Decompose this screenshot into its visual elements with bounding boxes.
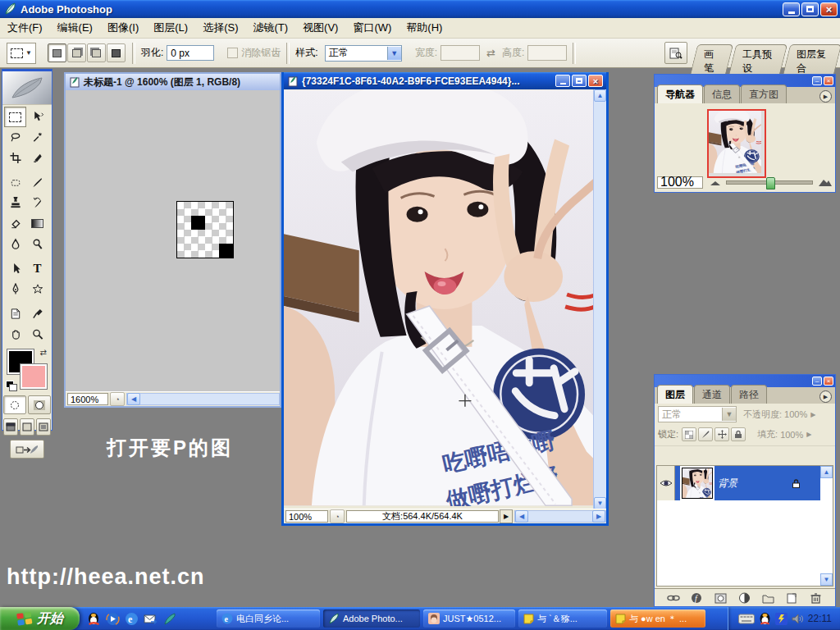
- layers-scroll-up[interactable]: ▲: [820, 466, 833, 478]
- tool-history-brush[interactable]: [26, 193, 48, 213]
- tool-type[interactable]: T: [26, 258, 48, 279]
- volume-tray-icon[interactable]: [792, 614, 804, 624]
- tool-blur[interactable]: [4, 234, 26, 254]
- screen-mode-fullscreen-button[interactable]: [36, 418, 51, 436]
- panel-close-button[interactable]: ×: [824, 377, 833, 386]
- internet-explorer-icon[interactable]: e: [125, 612, 139, 626]
- scroll-left-icon[interactable]: ◀: [515, 510, 528, 523]
- tool-custom-shape[interactable]: [26, 279, 48, 299]
- lock-paint-button[interactable]: [698, 427, 713, 441]
- canvas-checkerboard[interactable]: [176, 201, 234, 258]
- width-input[interactable]: [441, 45, 480, 61]
- task-ie-forum[interactable]: e 电白同乡论...: [217, 609, 320, 628]
- menu-layer[interactable]: 图层(L): [146, 18, 195, 38]
- selection-mode-intersect-button[interactable]: [107, 43, 126, 62]
- adjustment-layer-icon[interactable]: [738, 592, 751, 604]
- qq-service-tray-icon[interactable]: [775, 613, 788, 625]
- layers-scroll-down[interactable]: ▼: [820, 573, 833, 586]
- tool-gradient[interactable]: [26, 213, 48, 234]
- lock-position-button[interactable]: [714, 427, 729, 441]
- menu-image[interactable]: 图像(I): [100, 18, 146, 38]
- tab-info[interactable]: 信息: [704, 84, 740, 103]
- fill-flyout-icon[interactable]: ▶: [806, 431, 811, 438]
- tab-navigator[interactable]: 导航器: [657, 84, 703, 103]
- tab-channels[interactable]: 通道: [694, 385, 730, 404]
- tool-path-select[interactable]: [4, 258, 26, 279]
- link-layers-icon[interactable]: [667, 592, 680, 604]
- screen-mode-standard-button[interactable]: [3, 418, 18, 436]
- status-flyout-icon[interactable]: ▶: [500, 509, 513, 523]
- delete-layer-icon[interactable]: [810, 592, 823, 604]
- menu-select[interactable]: 选择(S): [195, 18, 245, 38]
- zoom-slider-thumb[interactable]: [766, 177, 775, 189]
- blend-mode-select[interactable]: 正常 ▼: [658, 406, 737, 422]
- task-qq-chat-2[interactable]: 与 ˋ＆猕...: [518, 609, 607, 628]
- keyboard-tray-icon[interactable]: [738, 614, 755, 624]
- doc2-hscrollbar[interactable]: ◀ ▶: [514, 510, 606, 523]
- tool-healing-patch[interactable]: [4, 172, 26, 193]
- start-button[interactable]: 开始: [0, 607, 80, 630]
- doc1-titlebar[interactable]: 未标题-1 @ 1600% (图层 1, RGB/8): [66, 74, 280, 90]
- scroll-down-icon[interactable]: ▼: [594, 497, 606, 509]
- tool-slice[interactable]: [26, 148, 48, 168]
- tool-rect-marquee[interactable]: [4, 107, 26, 127]
- media-player-icon[interactable]: [106, 612, 120, 626]
- menu-file[interactable]: 文件(F): [0, 18, 50, 38]
- document-window-untitled[interactable]: 未标题-1 @ 1600% (图层 1, RGB/8) 1600% ◔ ◀: [64, 72, 281, 408]
- doc1-zoom-field[interactable]: 1600%: [67, 393, 108, 405]
- screen-mode-fullscreen-menu-button[interactable]: [20, 418, 34, 436]
- tool-lasso[interactable]: [4, 127, 26, 148]
- menu-filter[interactable]: 滤镜(T): [245, 18, 295, 38]
- feather-input[interactable]: 0 px: [167, 45, 214, 61]
- layer-thumbnail[interactable]: [682, 468, 713, 499]
- photoshop-quicklaunch-icon[interactable]: [162, 612, 176, 626]
- quick-mask-mode-button[interactable]: [28, 395, 51, 414]
- opacity-flyout-icon[interactable]: ▶: [810, 411, 815, 418]
- tool-crop[interactable]: [4, 148, 26, 168]
- menu-view[interactable]: 视图(V): [295, 18, 345, 38]
- new-group-icon[interactable]: [762, 592, 775, 604]
- opacity-value[interactable]: 100%: [784, 409, 807, 419]
- fill-value[interactable]: 100%: [780, 430, 803, 440]
- layer-name[interactable]: 背景: [718, 477, 737, 491]
- selection-mode-add-button[interactable]: [67, 43, 86, 62]
- outlook-express-icon[interactable]: [144, 612, 158, 626]
- doc-minimize-button[interactable]: [555, 75, 570, 87]
- layer-style-icon[interactable]: f: [691, 592, 704, 604]
- height-input[interactable]: [527, 45, 567, 61]
- tab-layers[interactable]: 图层: [657, 385, 693, 404]
- tab-paths[interactable]: 路径: [731, 385, 767, 404]
- tool-zoom[interactable]: [26, 324, 48, 345]
- tool-eyedropper[interactable]: [26, 304, 48, 324]
- scroll-right-icon[interactable]: ▶: [592, 510, 605, 523]
- lock-all-button[interactable]: [731, 427, 746, 441]
- chevron-down-icon[interactable]: ▼: [722, 408, 736, 421]
- jump-to-imageready-button[interactable]: [10, 440, 44, 459]
- status-menu-icon[interactable]: ◔: [110, 392, 125, 406]
- tool-brush[interactable]: [26, 172, 48, 193]
- tool-eraser[interactable]: [4, 213, 26, 234]
- doc1-hscrollbar[interactable]: ◀: [126, 393, 280, 405]
- tool-pen[interactable]: [4, 279, 26, 299]
- swap-colors-icon[interactable]: ⇄: [40, 348, 47, 357]
- lock-transparency-button[interactable]: [682, 427, 696, 441]
- menu-window[interactable]: 窗口(W): [345, 18, 399, 38]
- layer-row-background[interactable]: 背景: [657, 466, 820, 500]
- navigator-proxy-view[interactable]: [707, 109, 766, 178]
- task-qq-chat-1[interactable]: JUST★0512...: [423, 609, 515, 628]
- qq-quicklaunch-icon[interactable]: [87, 612, 101, 626]
- qq-tray-icon[interactable]: [759, 612, 771, 625]
- status-menu-icon[interactable]: ◔: [330, 509, 345, 523]
- tool-hand[interactable]: [4, 324, 26, 345]
- panel-close-button[interactable]: ×: [824, 76, 833, 85]
- navigator-zoom-field[interactable]: 100%: [657, 176, 703, 189]
- doc2-vscrollbar[interactable]: ▲ ▼: [593, 89, 606, 509]
- app-titlebar[interactable]: Adobe Photoshop ×: [0, 0, 840, 18]
- style-select[interactable]: 正常 ▼: [325, 45, 402, 62]
- panel-minimize-button[interactable]: –: [812, 377, 822, 386]
- zoom-slider[interactable]: [726, 180, 813, 185]
- document-window-photo[interactable]: {73324F1C-8F61-40A2-B9F6-FCE93EEA4944}..…: [281, 72, 609, 526]
- layer-visibility-toggle[interactable]: [657, 466, 675, 500]
- menu-edit[interactable]: 编辑(E): [50, 18, 100, 38]
- layer-mask-icon[interactable]: [714, 592, 728, 604]
